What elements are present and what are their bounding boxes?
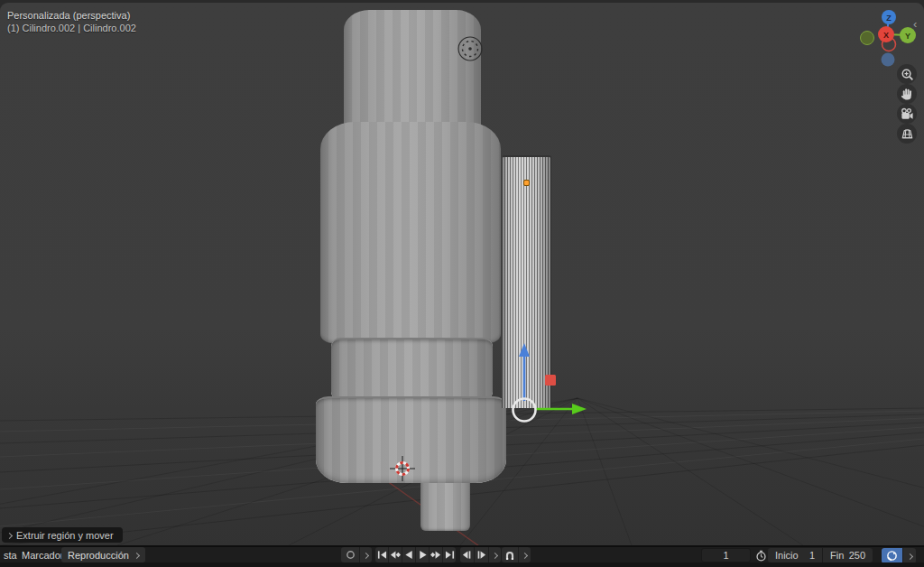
jump-end-icon — [445, 550, 455, 560]
move-gizmo[interactable] — [505, 337, 605, 427]
expand-arrow-icon — [6, 532, 13, 538]
magnifier-plus-icon — [901, 68, 914, 81]
gizmo-x-axis-handle — [545, 375, 556, 386]
axis-neg-y-ball — [861, 32, 874, 45]
stopwatch-icon — [755, 550, 767, 562]
prev-frame-icon — [462, 550, 472, 560]
viewport-active-object: (1) Cilindro.002 | Cilindro.002 — [7, 22, 136, 34]
navigation-axis-gizmo[interactable]: Z X Y — [855, 5, 920, 70]
magnet-icon — [504, 550, 515, 561]
frame-step-dropdown[interactable] — [489, 547, 501, 562]
mesh-cylinder-ring-section[interactable] — [331, 338, 493, 399]
axis-x-label: X — [883, 31, 889, 40]
chevron-down-icon — [522, 552, 528, 558]
gizmo-center-circle — [513, 399, 536, 422]
play-button[interactable] — [416, 547, 429, 562]
object-origin-dot — [523, 180, 530, 186]
menu-reproduccion[interactable]: Reproducción — [61, 547, 145, 562]
point-light-gizmo[interactable] — [457, 35, 484, 62]
next-keyframe-icon — [430, 550, 441, 560]
play-reverse-icon — [404, 550, 414, 560]
prev-keyframe-button[interactable] — [389, 547, 402, 562]
toggle-perspective-button[interactable] — [897, 124, 917, 144]
jump-start-icon — [377, 550, 387, 560]
chevron-down-icon — [492, 552, 498, 558]
use-preview-range-button[interactable] — [753, 548, 769, 562]
play-icon — [418, 550, 428, 560]
3d-cursor — [390, 456, 415, 481]
chevron-left-icon[interactable]: ‹ — [913, 17, 917, 31]
next-keyframe-button[interactable] — [430, 547, 442, 562]
hand-icon — [901, 88, 914, 101]
axis-y-label: Y — [905, 32, 910, 41]
axis-neg-z-ball — [882, 53, 895, 67]
3d-viewport[interactable]: Personalizada (perspectiva) (1) Cilindro… — [0, 3, 924, 545]
start-frame-field[interactable]: Inicio 1 — [768, 548, 823, 562]
current-frame-value: 1 — [723, 550, 728, 561]
frame-range-field: Inicio 1 Fin 250 — [768, 548, 873, 562]
play-reverse-button[interactable] — [402, 547, 415, 562]
chevron-down-icon — [363, 552, 369, 558]
jump-to-end-button[interactable] — [443, 547, 456, 562]
snapping-dropdown[interactable] — [519, 547, 531, 562]
axis-z-label: Z — [886, 14, 892, 23]
mesh-cylinder-foot-section[interactable] — [420, 479, 470, 531]
menu-marcador[interactable]: Marcador — [22, 549, 63, 562]
current-frame-field[interactable]: 1 — [701, 548, 751, 562]
menu-reproduccion-label: Reproducción — [68, 550, 129, 561]
editor-type-button[interactable] — [882, 548, 902, 563]
editor-type-dropdown[interactable] — [903, 548, 916, 563]
jump-to-start-button[interactable] — [375, 547, 388, 562]
camera-icon — [900, 107, 914, 121]
zoom-button[interactable] — [897, 64, 917, 84]
grid-icon — [901, 127, 914, 141]
sphere-icon — [886, 550, 898, 562]
viewport-view-name: Personalizada (perspectiva) — [7, 9, 130, 22]
next-frame-icon — [476, 550, 486, 560]
prev-keyframe-icon — [390, 550, 401, 560]
start-frame-label: Inicio — [775, 550, 799, 561]
record-circle-icon — [346, 550, 356, 560]
mesh-cylinder-top-section[interactable] — [344, 10, 481, 125]
operator-panel[interactable]: Extruir región y mover — [2, 527, 123, 543]
mesh-cylinder-middle-section[interactable] — [320, 122, 501, 343]
pan-button[interactable] — [897, 84, 917, 104]
operator-panel-label: Extruir región y mover — [16, 530, 114, 541]
end-frame-value: 250 — [849, 550, 865, 561]
auto-keying-button[interactable] — [341, 547, 359, 562]
start-frame-value: 1 — [809, 550, 815, 561]
next-frame-button[interactable] — [475, 547, 488, 562]
timeline-header: sta Marcador Reproducción — [0, 545, 924, 567]
snapping-button[interactable] — [502, 547, 518, 562]
camera-view-button[interactable] — [897, 104, 917, 124]
end-frame-field[interactable]: Fin 250 — [823, 548, 873, 562]
chevron-down-icon — [134, 552, 140, 558]
prev-frame-button[interactable] — [460, 547, 474, 562]
end-frame-label: Fin — [830, 550, 844, 561]
chevron-down-icon — [906, 553, 912, 559]
menu-vista[interactable]: sta — [4, 549, 17, 562]
timeline-strip[interactable] — [0, 562, 924, 567]
auto-keying-dropdown[interactable] — [360, 547, 372, 562]
blender-window: Personalizada (perspectiva) (1) Cilindro… — [0, 0, 924, 567]
